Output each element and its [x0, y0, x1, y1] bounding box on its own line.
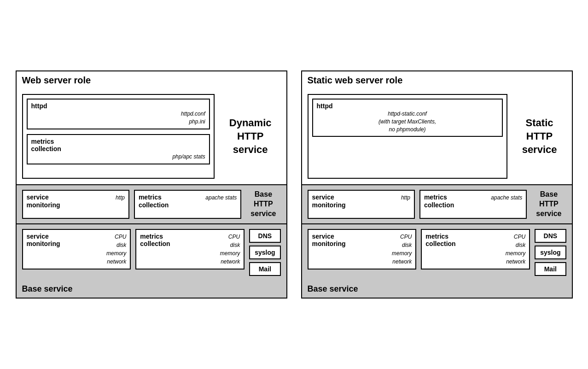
web-server-bottom-boxes: servicemonitoring CPUdiskmemorynetwork m…: [22, 229, 245, 269]
web-server-bottom-section: servicemonitoring CPUdiskmemorynetwork m…: [17, 224, 286, 281]
static-web-server-middle-monitoring-title: servicemonitoring: [312, 193, 346, 209]
static-web-server-middle-monitoring-detail: http: [348, 193, 410, 202]
static-web-server-bottom-metrics-title: metricscollection: [425, 233, 455, 248]
static-web-server-syslog-box: syslog: [535, 246, 566, 259]
web-server-base-http-label: BaseHTTPservice: [250, 190, 276, 218]
static-web-server-base-service-label: Base service: [302, 281, 572, 298]
static-web-server-base-http-label-container: BaseHTTPservice: [531, 190, 566, 218]
static-web-server-bottom-metrics-box: metricscollection CPUdiskmemorynetwork: [421, 229, 530, 269]
static-web-server-middle-monitoring-box: servicemonitoring http: [308, 190, 415, 218]
web-server-base-http-label-container: BaseHTTPservice: [246, 190, 280, 218]
web-server-middle-monitoring-detail: http: [62, 193, 125, 202]
static-web-server-httpd-conf: httpd-static.conf(with target MaxClients…: [317, 110, 498, 133]
static-web-server-static-service-label: StaticHTTPservice: [522, 117, 557, 156]
web-server-httpd-conf1: httpd.conf: [31, 110, 205, 118]
static-web-server-httpd-box: httpd httpd-static.conf(with target MaxC…: [312, 99, 503, 137]
static-web-server-middle-metrics-detail: apache stats: [456, 193, 522, 202]
static-web-server-dns-box: DNS: [535, 229, 566, 243]
web-server-role-block: Web server role httpd httpd.conf php.ini…: [16, 70, 287, 298]
web-server-middle-monitoring-title: servicemonitoring: [27, 193, 60, 209]
static-web-server-httpd-title: httpd: [317, 102, 498, 110]
web-server-mail-box: Mail: [249, 262, 280, 276]
web-server-middle-metrics-box: metricscollection apache stats: [134, 190, 241, 218]
web-server-top-metrics-box: metricscollection php/apc stats: [27, 134, 210, 164]
web-server-bottom-monitoring-title: servicemonitoring: [27, 233, 60, 248]
web-server-httpd-outer-box: httpd httpd.conf php.ini metricscollecti…: [22, 94, 215, 179]
web-server-bottom-monitoring-detail: CPUdiskmemorynetwork: [62, 233, 127, 266]
web-server-bottom-metrics-box: metricscollection CPUdiskmemorynetwork: [135, 229, 245, 269]
static-web-server-bottom-metrics-detail: CPUdiskmemorynetwork: [458, 233, 525, 266]
static-web-server-base-http-label: BaseHTTPservice: [536, 190, 561, 218]
web-server-top-section: httpd httpd.conf php.ini metricscollecti…: [17, 88, 286, 185]
web-server-middle-metrics-title: metricscollection: [139, 193, 169, 209]
web-server-middle-metrics-detail: apache stats: [170, 193, 237, 202]
web-server-base-service-label: Base service: [17, 281, 286, 298]
static-web-server-httpd-outer-box: httpd httpd-static.conf(with target MaxC…: [308, 94, 507, 179]
web-server-top-metrics-detail: php/apc stats: [31, 153, 205, 161]
web-server-dynamic-label: DynamicHTTPservice: [220, 94, 281, 179]
web-server-middle-section: servicemonitoring http metricscollection…: [17, 185, 286, 224]
static-web-server-role-block: Static web server role httpd httpd-stati…: [301, 70, 573, 298]
web-server-httpd-conf2: php.ini: [31, 118, 205, 126]
static-web-server-bottom-monitoring-box: servicemonitoring CPUdiskmemorynetwork: [308, 229, 417, 269]
web-server-middle-monitoring-box: servicemonitoring http: [22, 190, 129, 218]
static-web-server-bottom-section: servicemonitoring CPUdiskmemorynetwork m…: [302, 224, 572, 281]
web-server-top-left: httpd httpd.conf php.ini metricscollecti…: [27, 99, 210, 164]
web-server-dns-box: DNS: [249, 229, 280, 243]
web-server-httpd-box: httpd httpd.conf php.ini: [27, 99, 210, 129]
page-container: Web server role httpd httpd.conf php.ini…: [16, 70, 573, 298]
web-server-dynamic-service-label: DynamicHTTPservice: [229, 117, 272, 156]
web-server-role-title: Web server role: [17, 71, 286, 88]
static-web-server-role-title: Static web server role: [302, 71, 572, 88]
static-web-server-bottom-monitoring-title: servicemonitoring: [312, 233, 346, 248]
web-server-bottom-metrics-title: metricscollection: [140, 233, 170, 248]
static-web-server-bottom-right: DNS syslog Mail: [535, 229, 566, 276]
web-server-syslog-box: syslog: [249, 246, 280, 259]
web-server-bottom-right: DNS syslog Mail: [249, 229, 280, 276]
web-server-middle-boxes: servicemonitoring http metricscollection…: [22, 190, 242, 218]
static-web-server-middle-metrics-box: metricscollection apache stats: [419, 190, 527, 218]
web-server-bottom-metrics-detail: CPUdiskmemorynetwork: [172, 233, 240, 266]
web-server-httpd-title: httpd: [31, 102, 205, 110]
static-web-server-bottom-boxes: servicemonitoring CPUdiskmemorynetwork m…: [308, 229, 530, 269]
static-web-server-middle-metrics-title: metricscollection: [424, 193, 454, 209]
static-web-server-mail-box: Mail: [535, 262, 566, 276]
web-server-top-metrics-title: metricscollection: [31, 138, 205, 153]
static-web-server-middle-boxes: servicemonitoring http metricscollection…: [308, 190, 527, 218]
static-web-server-middle-section: servicemonitoring http metricscollection…: [302, 185, 572, 224]
static-web-server-top-section: httpd httpd-static.conf(with target MaxC…: [302, 88, 572, 185]
static-web-server-bottom-monitoring-detail: CPUdiskmemorynetwork: [348, 233, 412, 266]
web-server-bottom-monitoring-box: servicemonitoring CPUdiskmemorynetwork: [22, 229, 131, 269]
static-web-server-static-label: StaticHTTPservice: [513, 94, 566, 179]
